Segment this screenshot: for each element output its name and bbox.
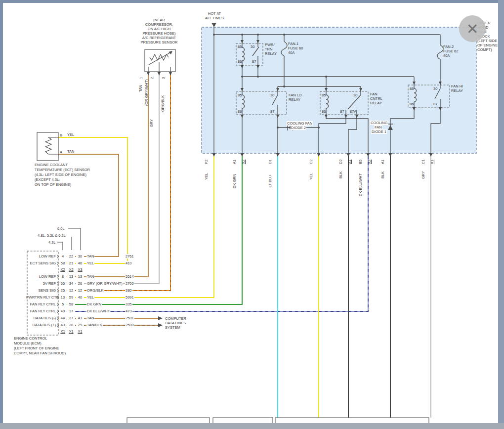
pin-number: 30 [76,254,84,258]
relay-name: CNTRL [370,96,382,101]
diagram-canvas [0,0,504,429]
hot-label: HOT AT [202,11,227,16]
connector-id-label: X1 [76,329,84,334]
relay-pin-label: 86 [238,59,242,64]
ect-sensor-note: ENGINE COOLANT [35,163,68,167]
sensor-pin-label: 2 [150,77,154,79]
wire-color: DK GRN [86,302,102,306]
fuse-label: 40A [288,50,294,55]
wire-color: TAN/BLK [86,323,103,327]
fuse-label: FAN-2 [443,44,454,49]
circuit-number: 2761 [125,254,134,258]
relay-pin-label: 85 [238,44,242,49]
circuit-number: 380 [125,288,132,293]
ecm-pin-label: PWRTRN RLY CTRL [26,295,56,300]
fuse-label: FAN-1 [288,42,298,46]
ecm-note: (LEFT FRONT OF ENGINE [14,346,59,350]
diode-label: COOLING FAN [287,121,313,126]
wire-color: DK BLU/WHT [86,309,110,313]
pin-number: 43 [59,323,67,327]
diode-label: FAN [374,125,382,129]
pin-number: 8 [59,274,67,279]
connector-pin-label: A1 [380,160,385,164]
close-button[interactable]: ✕ [459,15,486,42]
wiring-diagram-page: HOT AT ALL TIMES UNDER HOOD FUSE BLOCK (… [0,0,504,429]
connector-pin-label: P2 [204,160,209,164]
pin-number: 22 [67,254,75,258]
connector-id-label: X2 [367,160,372,164]
pin-number: 12 [67,288,75,293]
diode-label: COOLING [370,121,388,125]
sensor-pin-label: 3 [161,77,166,79]
pin-number: 5 [59,302,67,306]
ecm-pin-label: FAN RLY CTRL [26,302,56,306]
pin-number: 59 [67,295,75,300]
pin-number: 58 [67,302,75,306]
fuse-label: FUSE 62 [443,49,458,53]
diode-label: DIODE 2 [291,126,306,130]
relay-pin-label: 87A [350,109,356,114]
pin-number: 49 [59,309,67,313]
ecm-pin-arcs [57,255,58,327]
relay-pin-label: 86 [410,102,414,106]
engine-variant-brackets [57,228,81,250]
sensor-pin-label: A [60,150,62,154]
databus-arrow-2 [158,323,163,327]
ecm-note: COMPT, NEAR FAN SHROUD) [14,351,66,355]
ect-sensor-box [37,132,58,161]
relay-name: RELAY [451,88,463,93]
connector-id-label: X1 [347,160,352,164]
fuse-label: FUSE 60 [288,46,303,50]
relay-pin-label: 87 [433,102,437,106]
wire-color: TAN [86,274,94,279]
circuit-number: 473 [125,309,132,313]
wire-ect-yel [58,137,127,263]
relay-name: TRN [265,47,272,51]
relay-name: RELAY [289,97,300,102]
ac-sensor-note: PRESSURE SENSOR [132,40,186,44]
relay-name: FAN HI [451,84,463,88]
fuse-block-title: COMPT) [477,47,492,52]
wire-color-label: YEL [309,173,313,180]
relay-pin-label: 30 [353,93,357,97]
data-lines-label: COMPUTER [165,316,186,321]
ect-sensor-note: (EXCEPT 4.3L: [35,177,60,182]
connector-pin-label: D2 [338,159,343,164]
close-icon: ✕ [466,20,478,38]
ecm-pin-label: SENS SIG [26,288,56,293]
wire-color: TAN [86,254,94,258]
engine-variant-label: 4.8L, 5.3L & 6.2L [38,233,66,238]
connector-pin-label: C2 [309,159,313,164]
relay-pin-label: 87 [252,59,256,64]
pin-number: 12 [76,288,84,293]
pin-number: 27 [67,316,75,320]
pin-number: 26 [76,281,84,286]
wire-dkbluwht-stripe [58,153,368,311]
sensor-boxes [37,49,175,161]
ecm-pin-label: LOW REF [26,254,56,258]
data-lines-label: SYSTEM [165,325,180,330]
sensor-pin-label: B [60,133,62,137]
wire-color-label: GRY [149,119,154,127]
relay-name: RELAY [265,51,277,56]
wire-color: ORG/BLK [86,288,104,293]
relay-pin-label: 87 [340,109,344,114]
engine-variant-label: 6.0L [57,226,65,231]
fuse-label: 40A [443,53,450,58]
pin-number: 28 [67,323,75,327]
wire-color-label: TAN [138,85,143,92]
pin-number: 17 [67,309,75,313]
connector-id-label: X2 [59,267,67,272]
connector-id-label: X1 [430,160,434,164]
window-frame-left [0,0,3,429]
ecm-note: MODULE (ECM) [14,341,42,345]
wire-color-label: GRY [421,171,425,179]
ac-sensor-note: ON A/C HIGH [132,27,186,31]
circuit-number: 5991 [125,295,134,300]
connector-id-label: X3 [76,267,84,272]
relay-pin-label: 86 [238,109,242,114]
pin-number: 46 [76,261,84,265]
relay-name: FAN LO [289,93,302,97]
pin-number: 44 [59,316,67,320]
ac-sensor-note: PRESSURE HOSE) [132,31,186,36]
